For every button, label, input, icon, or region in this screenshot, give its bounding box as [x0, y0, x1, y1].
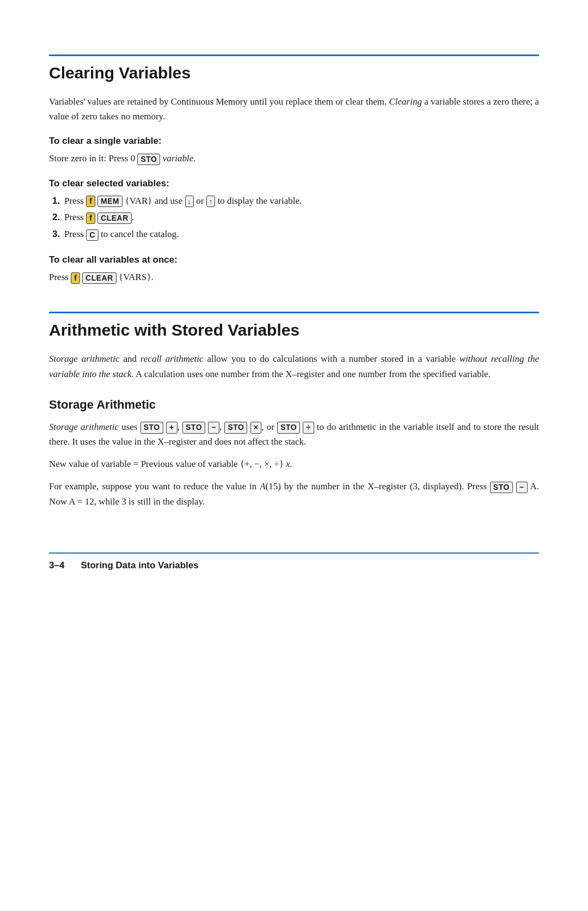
section1-intro-italic: Clearing: [389, 96, 421, 107]
key-f-2: f: [86, 212, 95, 224]
key-minus-example: −: [516, 482, 528, 494]
section2-title: Arithmetic with Stored Variables: [49, 312, 539, 339]
key-sto-minus-sto: STO: [182, 422, 205, 434]
key-sto-times-sto: STO: [224, 422, 247, 434]
subsection2-heading: To clear selected variables:: [49, 178, 539, 189]
step-1-num: 1.: [52, 193, 60, 209]
subsection1-heading: To clear a single variable:: [49, 136, 539, 147]
key-mem: MEM: [97, 196, 122, 208]
subsection1-italic: variable.: [163, 153, 196, 163]
key-sto-1: STO: [137, 154, 160, 166]
section2-italic1: Storage arithmetic: [49, 354, 120, 364]
section2-italic3: without recalling the variable into the …: [49, 354, 539, 379]
step-2-num: 2.: [52, 210, 60, 226]
key-sto-example: STO: [490, 482, 513, 494]
section1-intro-text1: Variables' values are retained by Contin…: [49, 96, 387, 107]
key-up: ↑: [206, 196, 216, 208]
section2-italic2: recall arithmetic: [140, 354, 204, 364]
subsection3-heading: To clear all variables at once:: [49, 254, 539, 265]
step-3: 3. Press C to cancel the catalog.: [64, 227, 539, 242]
step-2: 2. Press f CLEAR.: [64, 210, 539, 226]
subsection-storage-title: Storage Arithmetic: [49, 398, 539, 412]
section1-intro: Variables' values are retained by Contin…: [49, 94, 539, 124]
var-a-italic: A: [260, 481, 265, 491]
step-1: 1. Press f MEM {VAR} and use ↓ or ↑ to d…: [64, 193, 539, 209]
key-vars-label: {VARS}: [119, 272, 151, 282]
key-clear-2: CLEAR: [82, 272, 117, 284]
step-3-text: Press C to cancel the catalog.: [64, 229, 179, 239]
step-3-num: 3.: [52, 227, 60, 242]
subsection1-text: Store zero in it: Press 0: [49, 153, 137, 163]
key-var-label: {VAR}: [125, 196, 152, 206]
key-sto-plus-sto: STO: [140, 422, 163, 434]
step-1-text: Press f MEM {VAR} and use ↓ or ↑ to disp…: [64, 196, 302, 206]
section-clearing-variables: Clearing Variables Variables' values are…: [49, 54, 539, 284]
footer-page: 3–4: [49, 560, 64, 571]
step-2-text: Press f CLEAR.: [64, 212, 134, 222]
section2-intro: Storage arithmetic and recall arithmetic…: [49, 351, 539, 381]
page: Clearing Variables Variables' values are…: [0, 0, 588, 604]
key-f-1: f: [86, 196, 95, 208]
section1-title: Clearing Variables: [49, 54, 539, 82]
key-times: ×: [250, 422, 262, 434]
storage-para1: Storage arithmetic uses STO +, STO −, ST…: [49, 420, 539, 449]
footer: 3–4 Storing Data into Variables: [49, 552, 539, 571]
storage-italic1: Storage arithmetic: [49, 422, 119, 432]
key-clear-1: CLEAR: [97, 212, 132, 224]
section-arithmetic: Arithmetic with Stored Variables Storage…: [49, 312, 539, 508]
key-c: C: [86, 229, 99, 241]
subsection2-steps: 1. Press f MEM {VAR} and use ↓ or ↑ to d…: [64, 193, 539, 243]
subsection1-body: Store zero in it: Press 0 STO variable.: [49, 151, 539, 166]
storage-para3: For example, suppose you want to reduce …: [49, 479, 539, 508]
key-div: ÷: [303, 422, 314, 434]
key-down: ↓: [185, 196, 194, 208]
storage-para2: New value of variable = Previous value o…: [49, 457, 539, 471]
footer-title: Storing Data into Variables: [81, 560, 198, 571]
key-minus: −: [208, 422, 219, 434]
key-f-3: f: [71, 272, 80, 284]
subsection3-body: Press f CLEAR {VARS}.: [49, 270, 539, 284]
key-plus: +: [166, 422, 177, 434]
key-sto-div-sto: STO: [277, 422, 300, 434]
